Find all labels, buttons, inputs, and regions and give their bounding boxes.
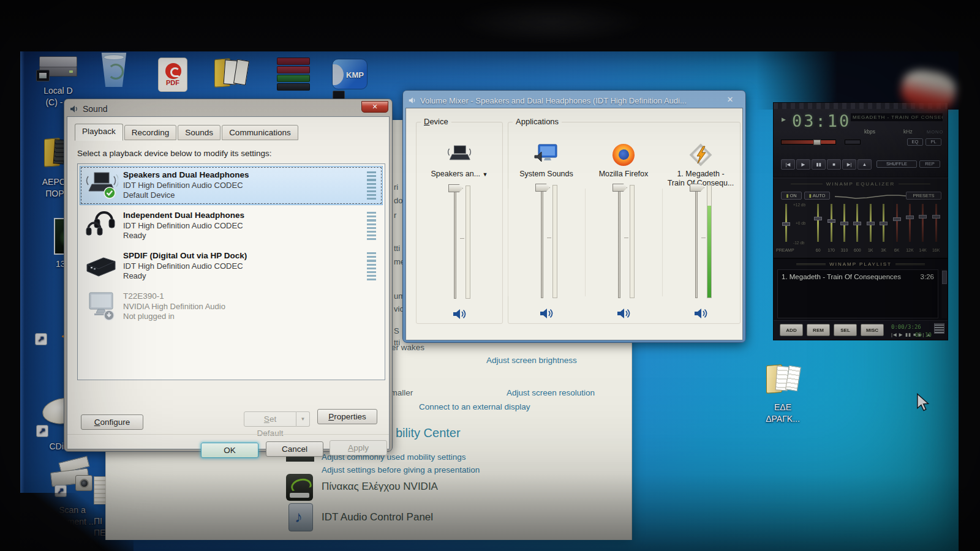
eq-band-slider[interactable]: 60 [812, 204, 824, 247]
playlist-buttons: ADDREMSELMISC [780, 324, 884, 336]
configure-button[interactable]: Configure [81, 414, 143, 430]
slider-thumb[interactable] [906, 216, 914, 219]
desktop-icon-winrar[interactable] [276, 58, 311, 93]
desktop-icon-recycle-bin[interactable] [92, 53, 135, 87]
tab-recording[interactable]: Recording [124, 125, 177, 140]
slider-thumb[interactable] [813, 140, 821, 145]
tab-communications[interactable]: Communications [222, 125, 298, 140]
winamp-main-window[interactable]: ▶ 03:10 MEGADETH - TRAIN OF CONSEQUENCES… [773, 102, 948, 178]
cancel-button[interactable]: Cancel [266, 441, 323, 457]
playlist-toggle-button[interactable]: PL [925, 138, 941, 146]
slider-thumb[interactable] [880, 222, 888, 225]
slider-thumb[interactable] [932, 215, 940, 219]
repeat-button[interactable]: REP [919, 160, 940, 168]
volume-slider[interactable] [421, 184, 498, 302]
playlist-rem-button[interactable]: REM [807, 324, 830, 336]
mute-speaker-button[interactable] [539, 307, 554, 322]
winamp-playlist-window[interactable]: WINAMP PLAYLIST 1. Megadeth - Train Of C… [773, 258, 948, 340]
desktop-icon-pdf[interactable]: PDF [154, 58, 191, 92]
volume-mixer-titlebar[interactable]: Volume Mixer - Speakers and Dual Headpho… [405, 93, 743, 108]
slider-thumb[interactable] [853, 222, 861, 225]
slider-thumb[interactable] [867, 222, 875, 225]
cp-link-screen-resolution[interactable]: Adjust screen resolution [507, 388, 595, 397]
eq-band-slider[interactable]: 14K [916, 204, 929, 247]
winamp-equalizer-window[interactable]: WINAMP EQUALIZER ▮ON ▮AUTO PRESETS +12 d… [773, 178, 948, 258]
volume-slider[interactable] [662, 184, 739, 301]
playlist-scrollbar[interactable] [941, 269, 947, 318]
eq-band-slider[interactable]: 1K [864, 204, 877, 247]
eq-toggle-button[interactable]: EQ [907, 138, 923, 146]
channel-label[interactable]: System Sounds [508, 170, 585, 179]
device-row-t22e390[interactable]: T22E390-1 NVIDIA High Definition Audio N… [80, 287, 383, 326]
wa-pause-button[interactable]: ▮▮ [812, 159, 826, 170]
device-row-spdif[interactable]: SPDIF (Digital Out via HP Dock) IDT High… [80, 247, 383, 286]
playlist-add-button[interactable]: ADD [780, 324, 803, 336]
playlist-item[interactable]: 1. Megadeth - Train Of Consequences 3:26 [782, 273, 934, 280]
eq-band-slider[interactable]: 310 [838, 204, 851, 247]
mute-speaker-button[interactable] [452, 308, 467, 323]
wa-play-button[interactable]: ▶ [796, 159, 810, 170]
shuffle-button[interactable]: SHUFFLE [876, 160, 917, 168]
wa-eject-button[interactable]: ▲ [858, 159, 872, 170]
cp-link-idt-panel[interactable]: IDT Audio Control Panel [322, 511, 433, 523]
apply-button[interactable]: Apply [330, 440, 387, 455]
slider-thumb[interactable] [919, 215, 927, 219]
slider-thumb[interactable] [840, 222, 848, 225]
sound-dialog-titlebar[interactable]: Sound ✕ [67, 102, 390, 116]
eq-band-slider[interactable]: 12K [903, 204, 916, 247]
slider-thumb[interactable] [535, 184, 550, 192]
eq-auto-button[interactable]: ▮AUTO [804, 192, 830, 200]
balance-slider[interactable] [845, 140, 861, 144]
slider-thumb[interactable] [893, 217, 901, 221]
eq-presets-button[interactable]: PRESETS [906, 192, 941, 200]
volume-slider[interactable] [781, 140, 836, 144]
cp-link-external-display[interactable]: Connect to an external display [419, 402, 530, 411]
volume-slider[interactable] [508, 184, 585, 301]
eq-band-slider[interactable]: 600 [851, 204, 864, 247]
slider-thumb[interactable] [690, 184, 704, 192]
slider-thumb[interactable] [814, 217, 822, 220]
playlist-sel-button[interactable]: SEL [834, 324, 857, 336]
cp-link-nvidia-panel[interactable]: Πίνακας Ελέγχου NVIDIA [322, 481, 438, 493]
ok-button[interactable]: OK [201, 443, 258, 458]
cp-heading-mobility-center[interactable]: bility Center [396, 426, 461, 440]
winamp-icon [662, 143, 739, 167]
tab-playback[interactable]: Playback [75, 124, 123, 141]
device-row-headphones[interactable]: Independent Dual Headphones IDT High Def… [80, 206, 383, 246]
playlist-misc-button[interactable]: MISC [861, 324, 884, 336]
eq-band-slider[interactable]: 3K [877, 204, 890, 247]
preamp-slider[interactable] [780, 204, 793, 247]
eq-on-button[interactable]: ▮ON [781, 192, 802, 200]
cp-link-adjust-brightness[interactable]: Adjust screen brightness [486, 356, 577, 365]
slider-thumb[interactable] [782, 222, 790, 226]
volume-slider[interactable] [585, 184, 662, 301]
slider-thumb[interactable] [612, 184, 627, 192]
channel-label[interactable]: Speakers an... ▼ [421, 170, 498, 179]
wa-prev-button[interactable]: |◀ [781, 159, 795, 170]
set-default-split-button[interactable]: Set Default ▼ [244, 411, 310, 427]
playback-device-list: Speakers and Dual Headphones IDT High De… [77, 163, 385, 380]
tab-sounds[interactable]: Sounds [178, 125, 221, 140]
eq-band-label: 3K [877, 248, 890, 252]
device-row-speakers[interactable]: Speakers and Dual Headphones IDT High De… [80, 166, 383, 205]
close-icon[interactable]: ✕ [721, 94, 739, 105]
mute-speaker-button[interactable] [616, 307, 631, 322]
desktop-icon-kmplayer[interactable]: KMP [330, 59, 369, 89]
wa-stop-button[interactable]: ■ [827, 159, 841, 170]
mute-speaker-button[interactable] [693, 307, 708, 322]
eq-band-slider[interactable]: 170 [824, 204, 837, 247]
list-options-icon[interactable] [934, 323, 944, 334]
desktop-icon-folder[interactable] [212, 58, 250, 88]
desktop-icon-ede-folder[interactable]: ΕΔΕ ΔΡΑΓΚ... [755, 364, 810, 425]
properties-button[interactable]: Properties [317, 409, 377, 424]
slider-thumb[interactable] [827, 219, 835, 223]
eq-band-slider[interactable]: 16K [930, 204, 943, 247]
slider-thumb[interactable] [448, 184, 463, 192]
eq-band-slider[interactable]: 6K [890, 204, 903, 247]
set-default-button[interactable]: Set Default [244, 411, 296, 427]
close-icon[interactable]: ✕ [361, 101, 388, 113]
channel-label[interactable]: Mozilla Firefox [585, 170, 662, 179]
playlist-list[interactable]: 1. Megadeth - Train Of Consequences 3:26 [777, 269, 938, 318]
set-default-dropdown-icon[interactable]: ▼ [296, 411, 310, 427]
wa-next-button[interactable]: ▶| [842, 159, 856, 170]
